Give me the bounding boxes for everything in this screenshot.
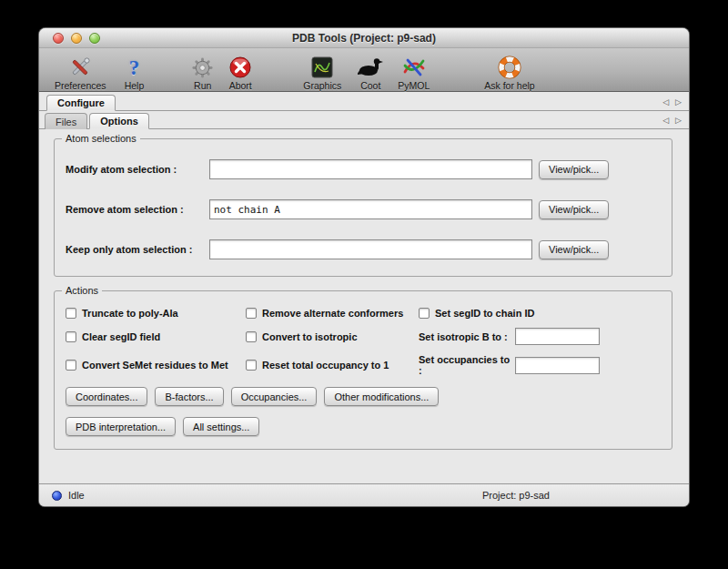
modify-atom-selection-label: Modify atom selection : (66, 164, 209, 175)
help-button[interactable]: ? Help (118, 51, 151, 91)
remove-view-pick-button[interactable]: View/pick... (539, 200, 609, 219)
help-label: Help (125, 80, 145, 91)
checkbox-box[interactable] (246, 331, 257, 342)
keep-only-atom-selection-label: Keep only atom selection : (66, 244, 209, 255)
set-isotropic-b-label: Set isotropic B to : (419, 331, 515, 342)
preferences-label: Preferences (55, 80, 106, 91)
main-tab-scroll-arrows: ◁ ▷ (662, 97, 682, 107)
zoom-button[interactable] (89, 33, 100, 44)
configure-panel: Files Options ◁ ▷ Atom selections Modify… (39, 111, 689, 483)
tab-options-label: Options (100, 116, 138, 127)
modify-view-pick-button[interactable]: View/pick... (539, 160, 609, 179)
checkbox-box[interactable] (66, 360, 76, 371)
status-led-icon (52, 491, 62, 501)
status-bar: Idle Project: p9-sad (39, 483, 689, 506)
convert-semet-to-met-checkbox[interactable]: Convert SeMet residues to Met (66, 360, 246, 371)
ask-for-help-label: Ask for help (484, 80, 534, 91)
remove-alternate-conformers-checkbox[interactable]: Remove alternate conformers (246, 308, 419, 319)
sub-tab-bar: Files Options ◁ ▷ (39, 111, 689, 129)
preferences-button[interactable]: Preferences (48, 51, 113, 91)
status-text: Idle (68, 490, 85, 501)
main-tab-bar: Configure ◁ ▷ (39, 92, 689, 111)
empty-space (39, 450, 689, 483)
checkbox-box[interactable] (246, 360, 257, 371)
truncate-poly-ala-checkbox[interactable]: Truncate to poly-Ala (66, 308, 246, 319)
sub-tab-scroll-arrows: ◁ ▷ (662, 116, 682, 125)
keep-only-atom-selection-row: Keep only atom selection : View/pick... (66, 239, 661, 259)
status-project: Project: p9-sad (482, 490, 550, 501)
remove-atom-selection-label: Remove atom selection : (66, 204, 209, 215)
graphics-button[interactable]: Graphics (297, 51, 348, 91)
set-segid-to-chain-id-checkbox[interactable]: Set segID to chain ID (419, 308, 661, 319)
gear-icon (191, 56, 214, 80)
sub-tab-scroll-right-icon[interactable]: ▷ (675, 116, 682, 125)
keep-only-atom-selection-input[interactable] (209, 239, 532, 259)
b-factors-button[interactable]: B-factors... (155, 387, 223, 406)
app-window: PDB Tools (Project: p9-sad) Preferences … (38, 27, 690, 507)
set-occupancies-input[interactable] (515, 357, 600, 374)
close-button[interactable] (53, 33, 64, 44)
set-isotropic-b-input[interactable] (515, 328, 600, 345)
tab-files-label: Files (56, 117, 76, 127)
checkbox-box[interactable] (419, 308, 430, 319)
run-button[interactable]: Run (185, 51, 220, 91)
keep-only-view-pick-button[interactable]: View/pick... (539, 240, 609, 259)
graphics-icon (311, 56, 333, 80)
checkbox-box[interactable] (66, 308, 76, 319)
pymol-icon (402, 56, 426, 80)
minimize-button[interactable] (71, 33, 82, 44)
ask-for-help-button[interactable]: Ask for help (478, 51, 541, 91)
sub-tab-scroll-left-icon[interactable]: ◁ (662, 116, 669, 125)
bird-icon (358, 56, 383, 80)
tab-configure[interactable]: Configure (46, 95, 116, 111)
coordinates-button[interactable]: Coordinates... (66, 387, 147, 406)
tab-options[interactable]: Options (89, 113, 149, 129)
set-occupancies-label: Set occupancies to : (419, 354, 515, 376)
actions-buttons-row-2: PDB interpretation... All settings... (66, 417, 661, 436)
set-isotropic-b-field: Set isotropic B to : (419, 328, 661, 345)
reset-total-occupancy-checkbox[interactable]: Reset total occupancy to 1 (246, 360, 419, 371)
coot-label: Coot (360, 80, 380, 91)
checkbox-box[interactable] (246, 308, 257, 319)
pymol-label: PyMOL (398, 80, 430, 91)
remove-atom-selection-row: Remove atom selection : View/pick... (66, 199, 661, 219)
other-modifications-button[interactable]: Other modifications... (324, 387, 439, 406)
abort-button[interactable]: Abort (222, 51, 258, 91)
atom-selections-title: Atom selections (62, 133, 140, 144)
question-icon: ? (129, 56, 140, 80)
pymol-button[interactable]: PyMOL (391, 51, 436, 91)
window-title: PDB Tools (Project: p9-sad) (292, 32, 436, 45)
modify-atom-selection-row: Modify atom selection : View/pick... (66, 159, 661, 179)
abort-label: Abort (229, 80, 252, 91)
window-controls (53, 33, 100, 44)
actions-buttons-row-1: Coordinates... B-factors... Occupancies.… (66, 387, 661, 406)
convert-to-isotropic-checkbox[interactable]: Convert to isotropic (246, 331, 419, 342)
tab-files[interactable]: Files (45, 113, 87, 129)
tab-scroll-right-icon[interactable]: ▷ (675, 97, 682, 107)
abort-icon (228, 56, 252, 80)
title-bar[interactable]: PDB Tools (Project: p9-sad) (39, 28, 689, 48)
occupancies-button[interactable]: Occupancies... (231, 387, 318, 406)
toolbar: Preferences ? Help Run (39, 48, 689, 92)
life-ring-icon (498, 56, 521, 80)
all-settings-button[interactable]: All settings... (183, 417, 259, 436)
clear-segid-field-checkbox[interactable]: Clear segID field (66, 331, 246, 342)
tab-configure-label: Configure (57, 97, 105, 108)
run-label: Run (194, 80, 211, 91)
actions-title: Actions (62, 285, 102, 296)
tools-icon (68, 56, 92, 80)
actions-group: Actions Truncate to poly-Ala Remove alte… (54, 290, 672, 450)
atom-selections-group: Atom selections Modify atom selection : … (54, 138, 672, 277)
graphics-label: Graphics (303, 80, 341, 91)
actions-check-grid: Truncate to poly-Ala Remove alternate co… (66, 308, 661, 376)
remove-atom-selection-input[interactable] (209, 199, 532, 219)
pdb-interpretation-button[interactable]: PDB interpretation... (66, 417, 176, 436)
coot-button[interactable]: Coot (351, 51, 389, 91)
modify-atom-selection-input[interactable] (209, 159, 532, 179)
tab-scroll-left-icon[interactable]: ◁ (662, 97, 669, 107)
checkbox-box[interactable] (66, 331, 76, 342)
set-occupancies-field: Set occupancies to : (419, 354, 661, 376)
